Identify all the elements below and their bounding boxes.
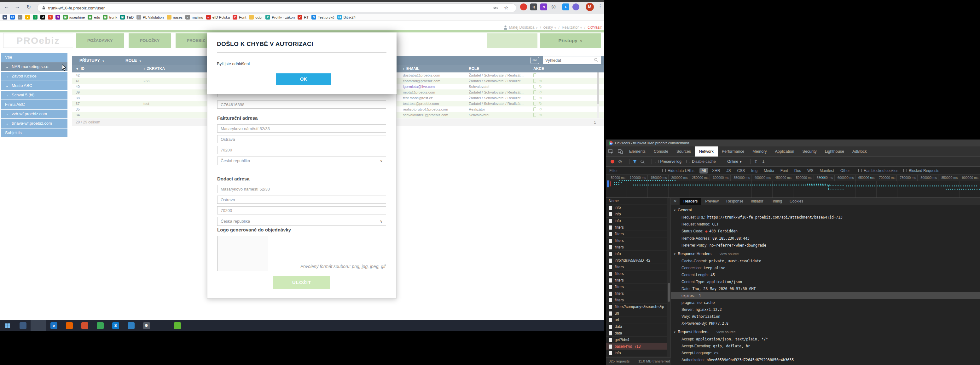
bookmark-item[interactable]: ◆ bbox=[3, 15, 7, 19]
search-icon[interactable] bbox=[594, 58, 598, 62]
extension-icon[interactable] bbox=[520, 3, 527, 10]
filter-pill[interactable]: Img bbox=[749, 168, 760, 173]
devtools-tab[interactable]: AdBlock bbox=[848, 146, 871, 157]
header-row[interactable]: ▼Accept-Language:cs bbox=[671, 349, 980, 357]
pristupy-button[interactable]: Přístupy∨ bbox=[540, 33, 601, 48]
network-overview[interactable] bbox=[606, 181, 980, 198]
request-row[interactable]: info bbox=[606, 251, 667, 257]
filter-pill[interactable]: XHR bbox=[710, 168, 722, 173]
filter-pill[interactable]: CSS bbox=[735, 168, 747, 173]
taskbar-app[interactable] bbox=[123, 320, 139, 331]
bookmark-item[interactable]: ▣ trunk bbox=[103, 15, 117, 19]
filter-pill[interactable]: Doc bbox=[792, 168, 803, 173]
header-row[interactable]: ▼Cache-Control:private, must-revalidate bbox=[671, 258, 980, 265]
sidebar-item[interactable]: →Vše bbox=[1, 53, 67, 62]
shipping-city-field[interactable] bbox=[217, 195, 386, 204]
column-header-id[interactable]: ▼ID bbox=[76, 65, 84, 73]
detail-tab[interactable]: Timing bbox=[767, 198, 786, 205]
header-row[interactable]: ▼expires:-1 bbox=[671, 292, 980, 299]
app-logo[interactable]: PROebiz bbox=[3, 33, 73, 48]
devtools-tab[interactable]: Console bbox=[650, 146, 672, 157]
taskbar-app[interactable]: e bbox=[46, 320, 62, 331]
request-row[interactable]: filters bbox=[606, 244, 667, 251]
bookmark-item[interactable]: ▼ bbox=[48, 15, 52, 19]
taskbar-app[interactable]: S bbox=[108, 320, 123, 331]
detail-tab[interactable]: Response bbox=[722, 198, 747, 205]
bookmark-item[interactable]: sf bbox=[40, 15, 45, 19]
sidebar-item[interactable]: →vvb-wf.proebiz.com bbox=[1, 110, 67, 118]
bookmark-item[interactable]: ▣ josephine bbox=[63, 15, 85, 19]
devtools-tab[interactable]: Sources bbox=[672, 146, 695, 157]
column-header-email[interactable]: ↕E-MAIL bbox=[403, 65, 419, 73]
refresh-icon[interactable]: ↻ bbox=[539, 96, 542, 100]
header-row[interactable]: ▼Authorization:b0ee60539d9bd323d72645d67… bbox=[671, 357, 980, 363]
request-row[interactable]: filters bbox=[606, 277, 667, 284]
request-row[interactable]: filters bbox=[606, 238, 667, 244]
url-text[interactable]: trunk-wf10-fe.proebiz.com/user bbox=[48, 6, 105, 10]
header-row[interactable]: ▼Connection:keep-alive bbox=[671, 265, 980, 271]
request-row[interactable]: filters?company=&search=&p bbox=[606, 303, 667, 310]
taskbar-app[interactable] bbox=[170, 320, 185, 331]
bookmark-item[interactable]: ✓ RT bbox=[298, 15, 309, 19]
request-row[interactable]: filters bbox=[606, 297, 667, 303]
vat-id-field[interactable] bbox=[217, 100, 386, 109]
request-row[interactable]: filters bbox=[606, 231, 667, 238]
header-row[interactable]: ▼Response Headersview source bbox=[671, 249, 980, 258]
back-icon[interactable]: ← bbox=[3, 4, 11, 10]
save-button[interactable]: ULOŽIT bbox=[273, 276, 330, 289]
taskbar-app[interactable] bbox=[154, 320, 170, 331]
export-har-icon[interactable]: ↧ bbox=[762, 159, 766, 164]
header-row[interactable]: ▼Content-Type:application/json bbox=[671, 278, 980, 285]
refresh-icon[interactable]: ↻ bbox=[539, 79, 542, 83]
devtools-tab[interactable]: Memory bbox=[748, 146, 771, 157]
billing-street-field[interactable] bbox=[217, 124, 386, 133]
filter-input[interactable] bbox=[609, 168, 662, 173]
request-row[interactable]: filters bbox=[606, 224, 667, 231]
request-row[interactable]: filters bbox=[606, 264, 667, 271]
hide-data-urls-checkbox[interactable]: Hide data URLs bbox=[662, 168, 694, 173]
bookmark-star-icon[interactable]: ☆ bbox=[504, 5, 508, 11]
logout-link[interactable]: Odhlásit bbox=[587, 25, 601, 30]
header-row[interactable]: ▼Vary:Authorization bbox=[671, 313, 980, 320]
export-pdf-icon[interactable]: PDF bbox=[530, 57, 539, 64]
header-row[interactable]: ▼Accept-Encoding:gzip, deflate, br bbox=[671, 343, 980, 349]
copy-icon[interactable] bbox=[533, 107, 536, 111]
header-row[interactable]: ▼Referrer Policy:no-referrer-when-downgr… bbox=[671, 242, 980, 249]
copy-icon[interactable] bbox=[533, 90, 536, 94]
blocked-requests-checkbox[interactable]: Blocked Requests bbox=[904, 168, 939, 173]
bookmark-item[interactable]: ▣ edu bbox=[88, 15, 100, 19]
request-row[interactable]: info bbox=[606, 211, 667, 217]
bookmark-item[interactable]: 24 Bitrix24 bbox=[337, 15, 356, 19]
request-row[interactable]: filters bbox=[606, 290, 667, 297]
taskbar-app[interactable]: ⚙ bbox=[139, 320, 154, 331]
filter-pill[interactable]: All bbox=[700, 168, 708, 173]
request-row[interactable]: filters bbox=[606, 284, 667, 290]
taskbar-app[interactable] bbox=[92, 320, 108, 331]
role-select[interactable]: Realizátor bbox=[562, 25, 579, 30]
header-row[interactable]: ▼General bbox=[671, 205, 980, 214]
devtools-tab[interactable]: Performance bbox=[718, 146, 749, 157]
detail-tab[interactable]: Cookies bbox=[786, 198, 807, 205]
extension-icon[interactable]: N bbox=[540, 3, 547, 10]
header-row[interactable]: ▼Remote Address:89.185.230.88:443 bbox=[671, 235, 980, 242]
shipping-zip-field[interactable] bbox=[217, 206, 386, 214]
header-row[interactable]: ▼Server:nginx/1.12.2 bbox=[671, 306, 980, 313]
record-icon[interactable] bbox=[611, 160, 614, 163]
sidebar-item[interactable]: →Závod Košice bbox=[1, 72, 67, 81]
sidebar-item[interactable]: →trnava-wf.proebiz.com bbox=[1, 119, 67, 128]
sidebar-item[interactable]: →Subjektis bbox=[1, 129, 67, 137]
request-row[interactable]: base64?id=713 bbox=[606, 343, 667, 350]
detail-tab[interactable]: Preview bbox=[702, 198, 722, 205]
header-row[interactable]: ▼Request Headersview source bbox=[671, 327, 980, 336]
header-row[interactable]: ▼Request URL:https://trunk-wf10-fe.proeb… bbox=[671, 214, 980, 221]
bookmark-item[interactable]: 28 bbox=[10, 15, 15, 19]
has-blocked-cookies-checkbox[interactable]: Has blocked cookies bbox=[858, 168, 898, 173]
refresh-icon[interactable]: ↻ bbox=[539, 84, 542, 89]
extension-icon[interactable]: Q bbox=[530, 3, 537, 10]
billing-city-field[interactable] bbox=[217, 135, 386, 143]
app-nav-tab[interactable]: POŽADAVKY∨ bbox=[76, 33, 124, 48]
header-row[interactable]: ▼pragma:no-cache bbox=[671, 299, 980, 306]
copy-icon[interactable] bbox=[533, 96, 536, 100]
search-icon[interactable] bbox=[640, 159, 644, 164]
extension-icon[interactable]: {≡} bbox=[550, 3, 557, 10]
